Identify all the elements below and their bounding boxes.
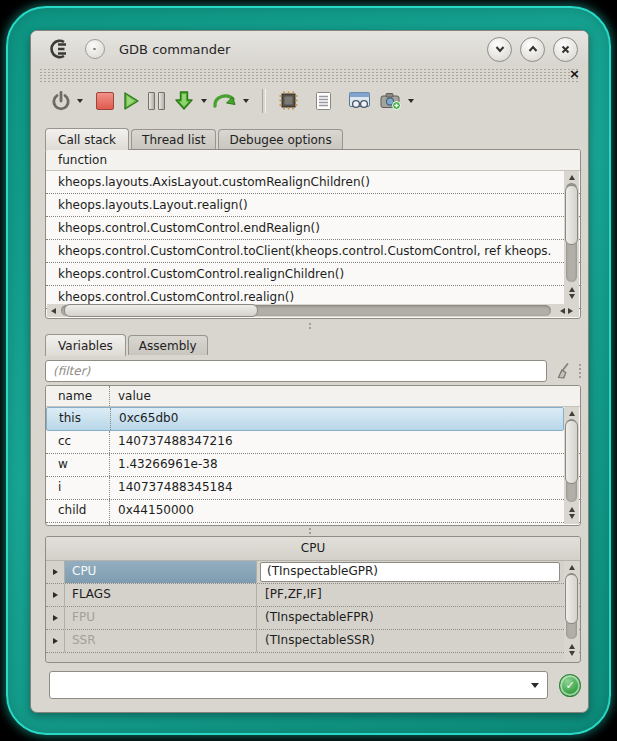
scroll-up-button[interactable] bbox=[564, 407, 579, 419]
toolbar-separator bbox=[262, 89, 266, 113]
variable-row[interactable]: this0xc65db0 bbox=[46, 407, 564, 431]
arrow-down-icon bbox=[569, 514, 575, 519]
scrollbar-track[interactable] bbox=[566, 419, 577, 502]
cpu-register-value-editor[interactable]: (TInspectableGPR) bbox=[260, 562, 560, 582]
power-button[interactable] bbox=[51, 88, 71, 114]
run-button[interactable] bbox=[122, 88, 140, 114]
column-name[interactable]: name bbox=[46, 386, 110, 406]
pause-icon bbox=[148, 92, 155, 110]
watch-window-icon bbox=[348, 91, 371, 110]
command-combobox[interactable] bbox=[49, 671, 548, 699]
vertical-splitter[interactable] bbox=[579, 364, 581, 378]
inspect-tab[interactable]: Variables bbox=[45, 334, 126, 356]
column-value[interactable]: value bbox=[110, 386, 151, 406]
variable-row[interactable]: cc140737488347216 bbox=[46, 431, 580, 454]
close-button[interactable] bbox=[553, 37, 578, 62]
variable-name: child bbox=[46, 500, 110, 522]
stack-tab[interactable]: Call stack bbox=[45, 128, 129, 150]
horizontal-splitter[interactable] bbox=[31, 526, 588, 536]
inspect-tabbar: VariablesAssembly bbox=[31, 332, 588, 355]
scrollbar-track[interactable] bbox=[566, 573, 577, 639]
expander-icon bbox=[53, 638, 58, 644]
cpu-inspector-button[interactable] bbox=[278, 88, 299, 114]
debug-toolbar bbox=[31, 82, 588, 119]
scrollbar-thumb[interactable] bbox=[64, 304, 258, 317]
step-over-dropdown[interactable] bbox=[240, 88, 251, 114]
horizontal-splitter[interactable] bbox=[31, 319, 588, 332]
clear-filter-button[interactable] bbox=[552, 360, 574, 382]
combo-dropdown-button[interactable] bbox=[523, 672, 547, 698]
scrollbar-track[interactable] bbox=[566, 183, 577, 282]
expander-cell[interactable] bbox=[46, 561, 65, 583]
stack-tab[interactable]: Debugee options bbox=[218, 129, 342, 149]
vertical-scrollbar[interactable] bbox=[564, 407, 579, 524]
variable-row[interactable]: h1.43266961e-38 bbox=[46, 523, 580, 526]
command-input[interactable] bbox=[56, 673, 523, 697]
pause-button[interactable] bbox=[148, 88, 165, 114]
variables-header[interactable]: name value bbox=[46, 386, 580, 407]
scrollbar-thumb[interactable] bbox=[565, 185, 578, 245]
snapshot-button[interactable] bbox=[379, 88, 402, 114]
close-dock-icon[interactable]: × bbox=[569, 67, 580, 81]
scroll-buttons[interactable] bbox=[564, 502, 579, 524]
stop-button[interactable] bbox=[96, 88, 114, 114]
inspect-tab[interactable]: Assembly bbox=[128, 335, 208, 355]
power-dropdown[interactable] bbox=[74, 88, 85, 114]
variable-row[interactable]: i140737488345184 bbox=[46, 477, 580, 500]
titlebar[interactable]: GDB commander bbox=[31, 31, 588, 67]
variable-name: cc bbox=[46, 431, 110, 453]
arrow-down-icon bbox=[569, 294, 575, 299]
scrollbar-track[interactable] bbox=[61, 305, 551, 316]
window-menu-button[interactable] bbox=[85, 39, 105, 59]
dock-header[interactable]: × bbox=[39, 69, 580, 82]
snapshot-dropdown[interactable] bbox=[405, 88, 416, 114]
check-icon: ✓ bbox=[565, 679, 574, 692]
scroll-left-button[interactable] bbox=[47, 308, 59, 314]
callstack-frame[interactable]: kheops.control.CustomControl.endRealign(… bbox=[46, 217, 580, 240]
cpu-register-row[interactable]: CPU(TInspectableGPR) bbox=[46, 561, 580, 584]
filter-bar bbox=[45, 360, 581, 382]
scrollbar-thumb[interactable] bbox=[565, 420, 578, 484]
confirm-button[interactable]: ✓ bbox=[559, 674, 581, 697]
cpu-register-row[interactable]: SSR(TInspectableSSR) bbox=[46, 630, 580, 653]
vertical-scrollbar[interactable] bbox=[564, 561, 579, 661]
callstack-frame[interactable]: kheops.layouts.Layout.realign() bbox=[46, 194, 580, 217]
scroll-buttons[interactable] bbox=[564, 282, 579, 304]
maximize-button[interactable] bbox=[520, 37, 545, 62]
cpu-register-name: CPU bbox=[65, 561, 257, 583]
output-list-icon bbox=[315, 91, 332, 111]
minimize-button[interactable] bbox=[487, 37, 512, 62]
expander-icon bbox=[53, 569, 58, 575]
expander-cell[interactable] bbox=[46, 607, 65, 629]
vertical-scrollbar[interactable] bbox=[564, 171, 579, 304]
step-over-button[interactable] bbox=[212, 88, 237, 114]
variable-name: this bbox=[47, 408, 111, 430]
cpu-register-name: FLAGS bbox=[65, 584, 257, 606]
scroll-buttons[interactable] bbox=[553, 308, 579, 314]
expander-cell[interactable] bbox=[46, 584, 65, 606]
watch-window-button[interactable] bbox=[348, 88, 371, 114]
cpu-register-row[interactable]: FPU(TInspectableFPR) bbox=[46, 607, 580, 630]
arrow-left-icon bbox=[560, 308, 565, 314]
callstack-frame[interactable]: kheops.control.CustomControl.realignChil… bbox=[46, 263, 580, 286]
expander-cell[interactable] bbox=[46, 630, 65, 652]
scroll-up-button[interactable] bbox=[564, 561, 579, 573]
stack-tab[interactable]: Thread list bbox=[131, 129, 216, 149]
arrow-up-icon bbox=[569, 644, 575, 649]
variable-row[interactable]: w1.43266961e-38 bbox=[46, 454, 580, 477]
cpu-register-row[interactable]: FLAGS[PF,ZF,IF] bbox=[46, 584, 580, 607]
horizontal-scrollbar[interactable] bbox=[47, 304, 579, 317]
scroll-buttons[interactable] bbox=[564, 639, 579, 661]
step-into-dropdown[interactable] bbox=[198, 88, 209, 114]
callstack-frame[interactable]: kheops.control.CustomControl.toClient(kh… bbox=[46, 240, 580, 263]
callstack-column-header[interactable]: function bbox=[46, 150, 580, 171]
filter-input[interactable] bbox=[45, 360, 547, 382]
arrow-up-icon bbox=[569, 565, 575, 570]
scroll-up-button[interactable] bbox=[564, 171, 579, 183]
step-into-button[interactable] bbox=[173, 88, 195, 114]
variable-row[interactable]: child0x44150000 bbox=[46, 500, 580, 523]
callstack-frame[interactable]: kheops.layouts.AxisLayout.customRealignC… bbox=[46, 171, 580, 194]
scrollbar-thumb[interactable] bbox=[565, 574, 578, 624]
gdb-commander-window: GDB commander × bbox=[30, 30, 589, 713]
output-list-button[interactable] bbox=[315, 88, 332, 114]
